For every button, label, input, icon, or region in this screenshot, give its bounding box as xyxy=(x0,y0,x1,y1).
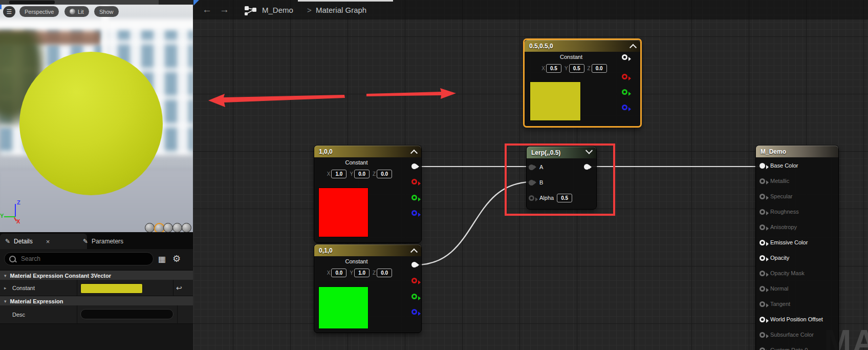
active-tab-indicator xyxy=(298,0,393,2)
show-button[interactable]: Show xyxy=(94,6,119,17)
graph-icon xyxy=(245,6,256,18)
property-row-constant: ▸ Constant ↩ xyxy=(0,280,193,296)
y-axis-line xyxy=(4,216,15,217)
viewport-menu-button[interactable]: ☰ xyxy=(3,6,15,17)
primitive-cube-button[interactable] xyxy=(172,223,182,232)
annotation-rectangle xyxy=(506,145,614,215)
search-input[interactable] xyxy=(20,255,135,263)
forward-button[interactable]: → xyxy=(220,4,229,15)
lit-icon xyxy=(70,9,75,14)
back-button[interactable]: ← xyxy=(202,4,212,15)
toolbar-fragment xyxy=(9,1,55,4)
desc-input[interactable] xyxy=(80,309,173,319)
breadcrumb-asset[interactable]: M_Demo xyxy=(262,6,293,14)
perspective-button[interactable]: Perspective xyxy=(19,6,59,17)
x-axis-label: X xyxy=(16,218,20,224)
z-axis-line xyxy=(15,204,16,217)
search-box[interactable] xyxy=(4,252,154,265)
material-editor-window: MAT ← → M_Demo > Material Graph 0.5,0.5,… xyxy=(0,0,868,350)
breadcrumb-page: Material Graph xyxy=(316,6,366,14)
section-header-constant3vector[interactable]: ▾ Material Expression Constant 3Vector xyxy=(0,270,193,280)
property-label: Constant xyxy=(12,285,35,291)
primitive-teapot-button[interactable] xyxy=(182,223,191,232)
close-icon[interactable]: × xyxy=(46,238,50,245)
constant-color-swatch[interactable] xyxy=(80,283,143,294)
y-axis-label: Y xyxy=(0,213,4,219)
tab-details[interactable]: ✎ Details × xyxy=(0,234,87,249)
preview-sphere xyxy=(19,52,163,195)
primitive-plane-button[interactable] xyxy=(163,223,173,232)
perspective-label: Perspective xyxy=(25,9,54,15)
primitive-cylinder-button[interactable] xyxy=(145,223,155,232)
z-axis-label: Z xyxy=(17,199,20,205)
search-icon xyxy=(9,256,16,262)
details-tab-icon: ✎ xyxy=(5,238,10,245)
lit-mode-button[interactable]: Lit xyxy=(64,6,89,17)
breadcrumb-separator: > xyxy=(307,6,312,14)
search-row: ▦ ⚙ xyxy=(0,249,193,269)
gear-icon[interactable]: ⚙ xyxy=(172,253,181,264)
parameters-tab-icon: ✎ xyxy=(83,238,88,245)
section-title: Material Expression Constant 3Vector xyxy=(10,273,111,279)
unsaved-asset-corner-icon xyxy=(193,0,199,6)
section-title: Material Expression xyxy=(10,298,63,304)
details-tab-label: Details xyxy=(14,238,33,245)
property-label: Desc xyxy=(12,312,25,318)
left-panel: ☰ Perspective Lit Show Z Y X xyxy=(0,0,193,350)
annotation-arrow-right xyxy=(366,88,456,99)
section-header-material-expression[interactable]: ▾ Material Expression xyxy=(0,296,193,306)
preview-viewport[interactable]: ☰ Perspective Lit Show Z Y X xyxy=(0,5,193,232)
expand-arrow-icon[interactable]: ▸ xyxy=(4,285,7,291)
parameters-tab-label: Parameters xyxy=(92,238,123,245)
chevron-down-icon: ▾ xyxy=(4,273,7,278)
property-row-desc: Desc xyxy=(0,305,193,324)
annotation-arrow-left xyxy=(208,94,345,107)
building-roofline xyxy=(0,19,193,30)
reset-to-default-icon[interactable]: ↩ xyxy=(176,284,182,292)
chevron-down-icon: ▾ xyxy=(4,299,7,304)
lit-label: Lit xyxy=(78,9,84,15)
show-label: Show xyxy=(99,9,114,15)
window-top-strip xyxy=(0,0,193,5)
toolbar-fragment-right xyxy=(159,0,193,5)
display-options-icon[interactable]: ▦ xyxy=(158,254,166,264)
focus-accent xyxy=(0,5,2,9)
tab-parameters[interactable]: ✎ Parameters xyxy=(78,234,154,249)
hamburger-icon: ☰ xyxy=(7,8,12,15)
details-panel: ✎ Details × ✎ Parameters ▦ ⚙ ▾ xyxy=(0,232,193,350)
details-tabbar: ✎ Details × ✎ Parameters xyxy=(0,232,193,249)
